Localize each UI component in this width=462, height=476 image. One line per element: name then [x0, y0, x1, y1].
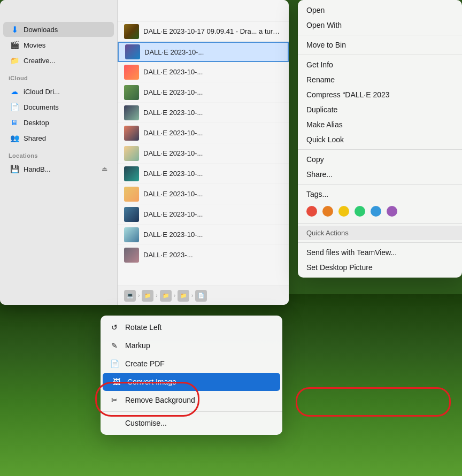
sidebar-label-movies: Movies	[24, 41, 45, 49]
file-row[interactable]: DALL·E 2023-10-...	[118, 82, 289, 103]
submenu-label-rotate-left: Rotate Left	[125, 323, 162, 332]
finder-toolbar	[118, 0, 289, 21]
file-row[interactable]: DALL·E 2023-10-...	[118, 42, 289, 62]
file-thumbnail	[124, 85, 139, 100]
menu-item-make-alias[interactable]: Make Alias	[298, 117, 462, 132]
sidebar-item-creative[interactable]: 📁 Creative...	[3, 53, 114, 68]
context-menu-left: ↺Rotate Left✎Markup📄Create PDF🖼Convert I…	[101, 316, 282, 435]
context-menu-right: OpenOpen WithMove to BinGet InfoRenameCo…	[298, 0, 462, 278]
convert-image-icon: 🖼	[111, 377, 122, 387]
submenu-item-convert-image[interactable]: 🖼Convert Image	[103, 373, 280, 391]
file-thumbnail	[124, 65, 139, 80]
file-row[interactable]: DALL·E 2023-10-...	[118, 62, 289, 82]
tag-dot[interactable]	[387, 206, 397, 217]
sidebar-item-downloads[interactable]: ⬇ Downloads	[3, 22, 114, 37]
submenu-label-markup: Markup	[125, 341, 150, 350]
menu-separator	[298, 242, 462, 243]
customise-icon	[109, 418, 120, 428]
file-thumbnail	[124, 187, 139, 202]
path-icon[interactable]: 📁	[160, 290, 172, 302]
menu-item-move-to-bin[interactable]: Move to Bin	[298, 37, 462, 52]
file-name: DALL·E 2023-10-...	[144, 48, 204, 56]
submenu-item-remove-background[interactable]: ✂Remove Background	[101, 391, 282, 409]
file-thumbnail	[125, 44, 140, 59]
path-icon[interactable]: 📄	[195, 290, 207, 302]
tag-dot[interactable]	[306, 206, 317, 217]
sidebar-item-icloud-drive[interactable]: ☁ iCloud Dri...	[3, 84, 114, 99]
file-list: DALL·E 2023-10-17 09.09.41 - Dra... a tu…	[118, 21, 289, 286]
documents-icon: 📄	[10, 102, 19, 112]
file-name: DALL·E 2023-10-...	[143, 190, 203, 198]
path-chevron-icon: ›	[138, 293, 140, 298]
sidebar-label-creative: Creative...	[24, 57, 55, 65]
path-icon[interactable]: 💻	[124, 290, 136, 302]
file-row[interactable]: DALL·E 2023-10-...	[118, 103, 289, 123]
icloud-section-label: iCloud	[0, 68, 117, 83]
path-icon[interactable]: 📁	[178, 290, 189, 302]
create-pdf-icon: 📄	[109, 358, 120, 369]
file-row[interactable]: DALL·E 2023-10-...	[118, 184, 289, 204]
submenu-item-rotate-left[interactable]: ↺Rotate Left	[101, 318, 282, 336]
menu-item-share[interactable]: Share...	[298, 167, 462, 182]
menu-item-open[interactable]: Open	[298, 3, 462, 18]
submenu-label-remove-background: Remove Background	[125, 396, 195, 404]
file-thumbnail	[124, 126, 139, 141]
file-row[interactable]: DALL·E 2023-10-...	[118, 143, 289, 164]
tag-dot[interactable]	[355, 206, 365, 217]
menu-item-compress[interactable]: Compress “DALL·E 2023	[298, 87, 462, 102]
menu-item-copy[interactable]: Copy	[298, 152, 462, 167]
tag-dot[interactable]	[338, 206, 349, 217]
path-chevron-icon: ›	[191, 293, 193, 298]
menu-item-send-teamviewer[interactable]: Send files with TeamView...	[298, 245, 462, 260]
submenu-separator	[101, 411, 282, 412]
sidebar-item-movies[interactable]: 🎬 Movies	[3, 37, 114, 52]
sidebar-label-shared: Shared	[24, 134, 46, 142]
file-row[interactable]: DALL·E 2023-10-...	[118, 204, 289, 225]
finder-content: DALL·E 2023-10-17 09.09.41 - Dra... a tu…	[118, 0, 289, 305]
tag-dot[interactable]	[371, 206, 381, 217]
sidebar-item-handb[interactable]: 💾 HandB... ⏏	[3, 162, 114, 176]
desktop-icon: 🖥	[10, 118, 19, 127]
file-thumbnail	[124, 24, 139, 39]
sidebar-item-shared[interactable]: 👥 Shared	[3, 130, 114, 145]
file-row[interactable]: DALL·E 2023-10-...	[118, 164, 289, 184]
path-chevron-icon: ›	[156, 293, 157, 298]
menu-separator	[298, 223, 462, 224]
sidebar-item-documents[interactable]: 📄 Documents	[3, 99, 114, 114]
submenu-item-create-pdf[interactable]: 📄Create PDF	[101, 355, 282, 373]
menu-item-duplicate[interactable]: Duplicate	[298, 102, 462, 117]
tag-dot[interactable]	[322, 206, 333, 217]
menu-item-get-info[interactable]: Get Info	[298, 57, 462, 72]
file-thumbnail	[124, 146, 139, 161]
menu-item-open-with[interactable]: Open With	[298, 18, 462, 33]
path-icon[interactable]: 📁	[142, 290, 153, 302]
markup-icon: ✎	[109, 340, 120, 351]
sidebar-label-downloads: Downloads	[24, 26, 58, 34]
file-row[interactable]: DALL·E 2023-10-...	[118, 123, 289, 143]
file-thumbnail	[124, 227, 139, 242]
menu-item-set-desktop[interactable]: Set Desktop Picture	[298, 260, 462, 275]
file-name: DALL·E 2023-10-...	[143, 231, 203, 239]
file-name: DALL·E 2023-10-...	[143, 109, 203, 117]
menu-item-rename[interactable]: Rename	[298, 72, 462, 87]
finder-sidebar: ⬇ Downloads 🎬 Movies 📁 Creative... iClou…	[0, 0, 118, 305]
file-row[interactable]: DALL·E 2023-10-...	[118, 225, 289, 245]
menu-item-quick-look[interactable]: Quick Look	[298, 132, 462, 147]
submenu-label-convert-image: Convert Image	[127, 378, 176, 386]
sidebar-item-desktop[interactable]: 🖥 Desktop	[3, 115, 114, 130]
eject-icon[interactable]: ⏏	[102, 165, 107, 173]
file-thumbnail	[124, 248, 139, 263]
menu-separator	[298, 35, 462, 35]
menu-separator	[298, 184, 462, 185]
submenu-item-markup[interactable]: ✎Markup	[101, 336, 282, 355]
file-row[interactable]: DALL·E 2023-...	[118, 245, 289, 265]
sidebar-label-handb: HandB...	[24, 165, 51, 173]
submenu-item-customise[interactable]: Customise...	[101, 414, 282, 432]
submenu-label-create-pdf: Create PDF	[125, 359, 165, 368]
remove-background-icon: ✂	[109, 395, 120, 405]
sidebar-label-desktop: Desktop	[24, 119, 49, 127]
file-row[interactable]: DALL·E 2023-10-17 09.09.41 - Dra... a tu…	[118, 21, 289, 42]
menu-item-quick-actions[interactable]: Quick Actions	[298, 226, 462, 240]
file-name: DALL·E 2023-10-17 09.09.41 - Dra... a tu…	[143, 27, 282, 35]
menu-item-tags[interactable]: Tags...	[298, 187, 462, 202]
